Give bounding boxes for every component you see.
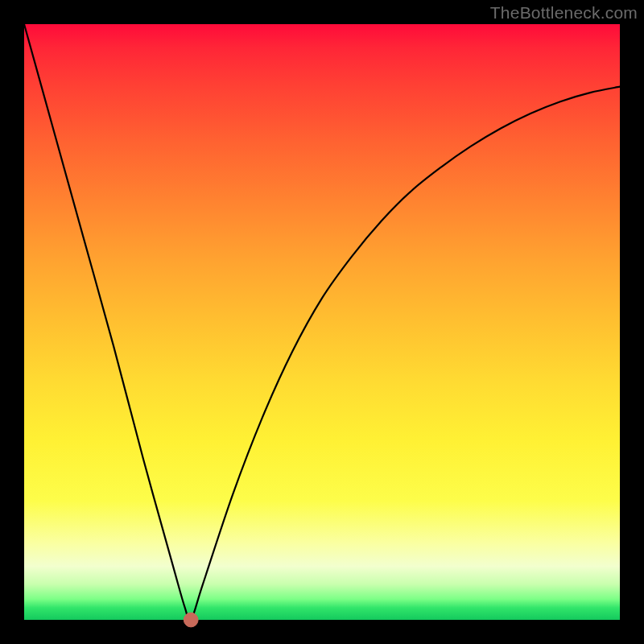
- watermark-text: TheBottleneck.com: [490, 3, 638, 23]
- bottleneck-curve: [24, 24, 620, 621]
- outer-frame: TheBottleneck.com: [0, 0, 644, 644]
- curve-svg: [24, 24, 620, 620]
- optimum-marker: [184, 613, 198, 627]
